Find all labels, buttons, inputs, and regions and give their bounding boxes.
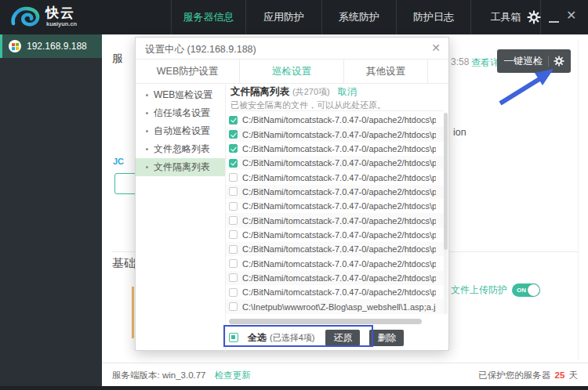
- settings-gear-icon[interactable]: [527, 10, 541, 24]
- menu-item-web-scan-settings[interactable]: WEB巡检设置: [136, 86, 225, 104]
- settings-modal: 设置中心 (192.168.9.188) ✕ WEB防护设置 巡检设置 其他设置…: [135, 37, 449, 351]
- row-checkbox[interactable]: [229, 259, 238, 268]
- quarantine-row[interactable]: C:/BitNami/tomcatstack-7.0.47-0/apache2/…: [226, 199, 444, 213]
- file-path: C:/BitNami/tomcatstack-7.0.47-0/apache2/…: [242, 259, 436, 269]
- quick-scan-button[interactable]: 一键巡检: [497, 49, 571, 73]
- brand-domain: kuaiyun.cn: [46, 20, 77, 27]
- nav-tab-protection-logs[interactable]: 防护日志: [396, 0, 470, 34]
- kuaiyun-logo-icon: [11, 5, 42, 29]
- tab-scan-settings[interactable]: 巡检设置: [240, 60, 344, 84]
- bg-section-title-fragment: 服务器: [112, 52, 122, 66]
- quarantine-row[interactable]: C:/BitNami/tomcatstack-7.0.47-0/apache2/…: [226, 256, 444, 270]
- toggle-on-label: ON: [517, 287, 526, 294]
- file-path: C:/BitNami/tomcatstack-7.0.47-0/apache2/…: [242, 287, 436, 297]
- row-checkbox[interactable]: [229, 144, 238, 153]
- quarantine-row[interactable]: C:/BitNami/tomcatstack-7.0.47-0/apache2/…: [226, 127, 444, 141]
- row-checkbox[interactable]: [229, 288, 238, 297]
- menu-item-trusted-domains[interactable]: 信任域名设置: [136, 104, 225, 122]
- menu-item-label: WEB巡检设置: [154, 88, 212, 102]
- check-update-link[interactable]: 检查更新: [215, 370, 251, 380]
- row-checkbox[interactable]: [229, 202, 238, 211]
- row-checkbox[interactable]: [229, 216, 238, 225]
- vertical-scrollbar[interactable]: [444, 113, 448, 314]
- protected-prefix: 已保护您的服务器: [478, 370, 550, 380]
- quarantine-title: 文件隔离列表: [230, 85, 289, 99]
- upload-protection-toggle[interactable]: ON: [512, 283, 540, 297]
- row-checkbox[interactable]: [229, 187, 238, 196]
- bg-icon-sliver: [132, 287, 134, 338]
- quarantine-row[interactable]: C:/BitNami/tomcatstack-7.0.47-0/apache2/…: [226, 228, 444, 242]
- menu-item-file-ignore-list[interactable]: 文件忽略列表: [136, 140, 225, 158]
- upload-protection-row: 文件上传防护 ON: [451, 283, 540, 297]
- quarantine-row[interactable]: C:/BitNami/tomcatstack-7.0.47-0/apache2/…: [226, 113, 444, 127]
- restore-button[interactable]: 还原: [325, 330, 360, 346]
- quarantine-row[interactable]: C:/BitNami/tomcatstack-7.0.47-0/apache2/…: [226, 170, 444, 184]
- nav-tab-app-protection[interactable]: 应用防护: [245, 0, 321, 34]
- annotation-arrow: [495, 67, 557, 108]
- delete-button[interactable]: 删除: [369, 330, 404, 346]
- file-path: C:/BitNami/tomcatstack-7.0.47-0/apache2/…: [242, 144, 436, 153]
- quarantine-row[interactable]: C:/BitNami/tomcatstack-7.0.47-0/apache2/…: [226, 185, 444, 199]
- server-version-label: 服务端版本: win_3.0.77: [112, 370, 206, 380]
- file-path: C:/BitNami/tomcatstack-7.0.47-0/apache2/…: [242, 216, 436, 226]
- divider: [230, 110, 444, 111]
- tab-web-protection[interactable]: WEB防护设置: [136, 60, 240, 84]
- menu-item-file-quarantine-list[interactable]: 文件隔离列表: [136, 158, 225, 176]
- app-window: 服务器 3:58 查看详情 一键巡检 ion JC 基础安全 文件上传防护 ON…: [0, 0, 588, 390]
- row-checkbox[interactable]: [229, 245, 238, 254]
- close-icon[interactable]: ✕: [566, 8, 576, 23]
- bg-base-heading-fragment: 基础安全: [112, 256, 135, 270]
- row-checkbox[interactable]: [229, 116, 238, 125]
- quarantine-count: (共270项): [292, 86, 330, 98]
- file-path: C:/BitNami/tomcatstack-7.0.47-0/apache2/…: [242, 187, 436, 197]
- menu-item-label: 自动巡检设置: [154, 125, 210, 138]
- quarantine-row[interactable]: C:/BitNami/tomcatstack-7.0.47-0/apache2/…: [226, 213, 444, 227]
- divider: [548, 56, 549, 67]
- select-all-checkbox[interactable]: [229, 333, 238, 342]
- bg-content-border: [578, 39, 579, 360]
- row-checkbox[interactable]: [229, 230, 238, 239]
- row-checkbox[interactable]: [229, 273, 238, 282]
- selected-count-note: (已选择4项): [270, 332, 314, 344]
- modal-tabs: WEB防护设置 巡检设置 其他设置: [136, 60, 448, 84]
- sidebar-item-server[interactable]: 192.168.9.188: [0, 34, 102, 58]
- title-bar: 快云 kuaiyun.cn 服务器信息 应用防护 系统防护 防护日志 工具箱 ✕: [0, 0, 588, 34]
- nav-tab-system-protection[interactable]: 系统防护: [321, 0, 396, 34]
- cancel-link[interactable]: 取消: [338, 85, 357, 99]
- quarantine-row[interactable]: C:/BitNami/tomcatstack-7.0.47-0/apache2/…: [226, 156, 444, 170]
- menu-item-label: 信任域名设置: [154, 107, 210, 120]
- modal-title-bar: 设置中心 (192.168.9.188) ✕: [136, 38, 448, 60]
- row-checkbox[interactable]: [229, 159, 238, 168]
- quick-scan-label: 一键巡检: [504, 55, 543, 68]
- file-path: C:/BitNami/tomcatstack-7.0.47-0/apache2/…: [242, 158, 436, 168]
- minimize-icon[interactable]: [549, 21, 559, 23]
- gear-icon[interactable]: [554, 56, 564, 67]
- scan-time-fragment: 3:58: [451, 56, 469, 67]
- file-path: C:\Inetpub\wwwroot\Z-Blog\asp_webshell\1…: [242, 302, 436, 312]
- quarantine-row[interactable]: C:\Inetpub\wwwroot\Z-Blog\asp_webshell\1…: [226, 299, 444, 313]
- file-path: C:/BitNami/tomcatstack-7.0.47-0/apache2/…: [242, 115, 436, 125]
- file-path: C:/BitNami/tomcatstack-7.0.47-0/apache2/…: [242, 244, 436, 254]
- quarantine-row[interactable]: C:/BitNami/tomcatstack-7.0.47-0/apache2/…: [226, 271, 444, 285]
- window-bottom-border: [0, 386, 588, 390]
- tab-other-settings[interactable]: 其他设置: [344, 60, 428, 84]
- quarantine-row[interactable]: C:/BitNami/tomcatstack-7.0.47-0/apache2/…: [226, 285, 444, 299]
- main-nav: 服务器信息 应用防护 系统防护 防护日志 工具箱: [171, 0, 541, 34]
- modal-close-icon[interactable]: ✕: [431, 42, 441, 54]
- quarantine-row[interactable]: C:/BitNami/tomcatstack-7.0.47-0/apache2/…: [226, 242, 444, 256]
- quarantine-subtitle: 已被安全隔离的文件，可以从此处还原。: [230, 99, 386, 111]
- quarantine-row[interactable]: C:/BitNami/tomcatstack-7.0.47-0/apache2/…: [226, 142, 444, 156]
- menu-item-label: 文件忽略列表: [154, 143, 210, 156]
- bullet-icon: [146, 112, 148, 114]
- bullet-icon: [146, 130, 148, 132]
- row-checkbox[interactable]: [229, 130, 238, 139]
- menu-item-label: 文件隔离列表: [154, 161, 210, 174]
- horizontal-scrollbar-thumb[interactable]: [229, 319, 422, 324]
- vertical-scrollbar-thumb[interactable]: [444, 113, 448, 250]
- row-checkbox[interactable]: [229, 173, 238, 182]
- active-indicator: [0, 34, 2, 58]
- file-path: C:/BitNami/tomcatstack-7.0.47-0/apache2/…: [242, 201, 436, 211]
- menu-item-auto-scan-settings[interactable]: 自动巡检设置: [136, 122, 225, 140]
- row-checkbox[interactable]: [229, 302, 238, 311]
- nav-tab-server-info[interactable]: 服务器信息: [171, 0, 245, 34]
